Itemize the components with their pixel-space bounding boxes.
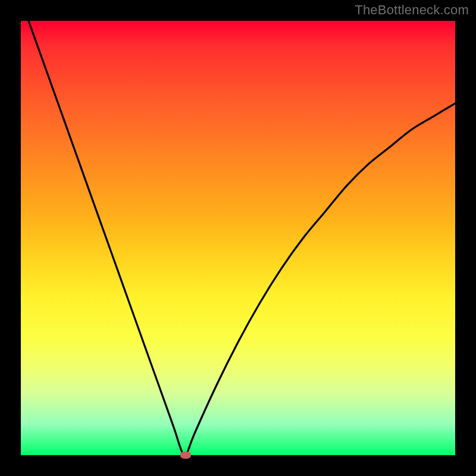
plot-area [21,21,455,455]
curve-svg [21,21,455,455]
chart-frame: TheBottleneck.com [0,0,476,476]
optimum-marker [180,452,191,459]
watermark-text: TheBottleneck.com [355,2,469,18]
bottleneck-curve [21,0,455,456]
